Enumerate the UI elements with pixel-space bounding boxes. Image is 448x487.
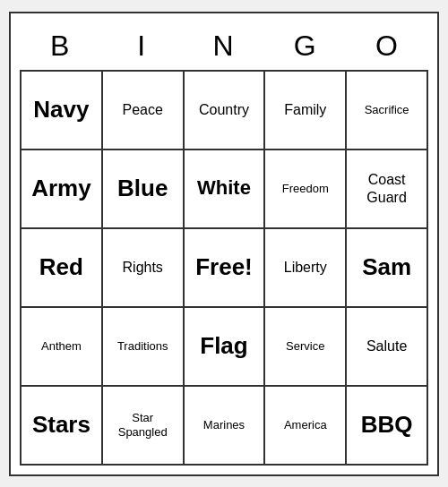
bingo-card: BINGO NavyPeaceCountryFamilySacrificeArm…: [9, 12, 439, 476]
bingo-cell[interactable]: Star Spangled: [103, 387, 185, 466]
bingo-cell[interactable]: Sacrifice: [347, 72, 428, 150]
bingo-grid: NavyPeaceCountryFamilySacrificeArmyBlueW…: [20, 70, 428, 466]
cell-text: Peace: [123, 101, 163, 118]
bingo-cell[interactable]: Family: [265, 72, 347, 150]
cell-text: Red: [39, 253, 83, 281]
cell-text: America: [284, 418, 327, 432]
cell-text: Marines: [203, 418, 245, 432]
cell-text: Army: [31, 175, 90, 202]
cell-text: Star Spangled: [107, 411, 179, 439]
bingo-cell[interactable]: America: [265, 387, 347, 466]
bingo-cell[interactable]: Freedom: [265, 150, 347, 229]
header-letter: O: [347, 22, 428, 70]
bingo-cell[interactable]: Sam: [347, 229, 428, 308]
cell-text: Salute: [366, 337, 407, 355]
bingo-cell[interactable]: Flag: [185, 308, 266, 387]
cell-text: BBQ: [361, 411, 413, 439]
cell-text: Blue: [117, 175, 168, 202]
bingo-cell[interactable]: Navy: [22, 72, 103, 150]
cell-text: Sam: [362, 253, 411, 281]
cell-text: Stars: [32, 411, 90, 439]
bingo-cell[interactable]: Red: [22, 229, 103, 308]
bingo-cell[interactable]: Rights: [103, 229, 185, 308]
bingo-cell[interactable]: Free!: [185, 229, 266, 308]
cell-text: Navy: [33, 96, 89, 124]
cell-text: Service: [286, 339, 324, 354]
cell-text: Country: [199, 101, 249, 118]
bingo-cell[interactable]: BBQ: [347, 387, 428, 466]
cell-text: Coast Guard: [350, 171, 423, 205]
header-letter: B: [20, 22, 101, 70]
bingo-cell[interactable]: White: [185, 150, 266, 229]
bingo-cell[interactable]: Coast Guard: [347, 150, 428, 229]
bingo-cell[interactable]: Service: [265, 308, 347, 387]
cell-text: Liberty: [284, 259, 327, 276]
bingo-cell[interactable]: Country: [185, 72, 266, 150]
cell-text: White: [197, 176, 251, 200]
bingo-cell[interactable]: Liberty: [265, 229, 347, 308]
bingo-cell[interactable]: Anthem: [22, 308, 103, 387]
bingo-cell[interactable]: Blue: [103, 150, 185, 229]
cell-text: Anthem: [41, 339, 82, 354]
bingo-cell[interactable]: Marines: [185, 387, 266, 466]
header-letter: N: [183, 22, 264, 70]
cell-text: Free!: [195, 253, 253, 281]
bingo-cell[interactable]: Army: [22, 150, 103, 229]
bingo-cell[interactable]: Peace: [103, 72, 185, 150]
header-letter: G: [265, 22, 347, 70]
bingo-cell[interactable]: Stars: [22, 387, 103, 466]
bingo-cell[interactable]: Traditions: [103, 308, 185, 387]
cell-text: Sacrifice: [365, 103, 409, 117]
header-letter: I: [101, 22, 183, 70]
cell-text: Flag: [200, 332, 247, 360]
cell-text: Traditions: [117, 339, 168, 354]
cell-text: Rights: [123, 259, 163, 276]
cell-text: Freedom: [282, 182, 329, 196]
cell-text: Family: [284, 101, 326, 118]
bingo-header: BINGO: [20, 22, 428, 70]
bingo-cell[interactable]: Salute: [347, 308, 428, 387]
